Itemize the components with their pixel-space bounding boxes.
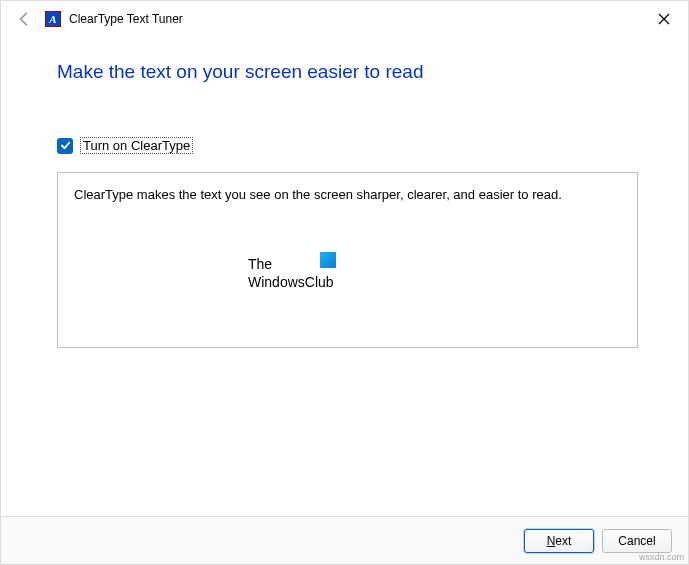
titlebar: A ClearType Text Tuner — [1, 1, 688, 37]
cancel-button[interactable]: Cancel — [602, 529, 672, 553]
info-text: ClearType makes the text you see on the … — [74, 187, 621, 202]
page-heading: Make the text on your screen easier to r… — [57, 61, 638, 83]
info-panel: ClearType makes the text you see on the … — [57, 172, 638, 348]
app-title: ClearType Text Tuner — [69, 12, 183, 26]
footer: Next Cancel — [1, 516, 688, 564]
next-button[interactable]: Next — [524, 529, 594, 553]
cleartype-checkbox-label[interactable]: Turn on ClearType — [80, 137, 193, 154]
close-button[interactable] — [654, 9, 674, 29]
cleartype-checkbox[interactable] — [57, 138, 73, 154]
next-label-rest: ext — [555, 534, 571, 548]
back-icon — [15, 10, 33, 28]
attribution-text: wsxdn.com — [639, 552, 684, 562]
app-icon: A — [45, 11, 61, 27]
content-area: Make the text on your screen easier to r… — [1, 37, 688, 348]
watermark-line2: WindowsClub — [248, 273, 334, 291]
watermark-square-icon — [320, 252, 336, 268]
checkbox-row: Turn on ClearType — [57, 137, 638, 154]
wizard-window: A ClearType Text Tuner Make the text on … — [0, 0, 689, 565]
watermark: The WindowsClub — [248, 255, 334, 291]
